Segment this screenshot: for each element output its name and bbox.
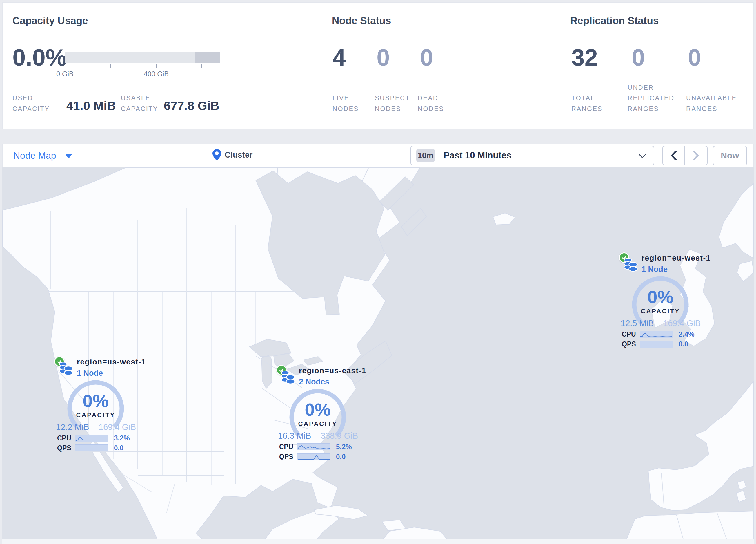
total-capacity: 338.9 GiB <box>321 431 358 441</box>
capacity-bar-reserved-segment <box>195 52 220 63</box>
used-capacity: 16.3 MiB <box>278 431 311 441</box>
under-replicated-ranges-label: UNDER- REPLICATED RANGES <box>628 82 675 114</box>
prev-time-button[interactable] <box>663 146 685 165</box>
node-map[interactable]: region=us-west-1 1 Node 0% CAPACITY 12.2… <box>2 167 754 544</box>
under-replicated-ranges-value: 0 <box>632 46 645 69</box>
bar-tick <box>110 64 111 68</box>
cpu-value: 5.2% <box>336 443 352 451</box>
dead-nodes-value: 0 <box>420 46 433 69</box>
node-count-link[interactable]: 1 Node <box>77 369 146 378</box>
view-selector-label: Node Map <box>13 150 56 161</box>
region-label: region=eu-west-1 <box>641 253 711 262</box>
landmass-europe <box>648 381 754 511</box>
total-ranges-label: TOTAL RANGES <box>571 93 603 114</box>
time-range-label: Past 10 Minutes <box>444 150 511 161</box>
cpu-label: CPU <box>622 331 640 338</box>
database-stack-icon <box>281 370 295 386</box>
node-count-link[interactable]: 1 Node <box>641 265 711 274</box>
cluster-summary-panel: Capacity Usage 0.0% 0 GiB 400 GiB USED C… <box>2 2 754 129</box>
node-marker-us-west-1[interactable]: region=us-west-1 1 Node 0% CAPACITY 12.2… <box>54 356 141 453</box>
qps-sparkline <box>640 341 673 348</box>
node-marker-eu-west-1[interactable]: region=eu-west-1 1 Node 0% CAPACITY 12.5… <box>619 252 706 349</box>
total-capacity: 169.4 GiB <box>99 423 136 432</box>
capacity-label: CAPACITY <box>289 420 346 428</box>
capacity-usage-bar <box>65 52 220 63</box>
unavailable-ranges-value: 0 <box>688 46 701 69</box>
map-toolbar: Node Map Cluster 10m Past 10 Minutes Now <box>2 144 754 167</box>
bar-tick-label-0: 0 GiB <box>48 70 82 78</box>
now-button[interactable]: Now <box>713 146 747 165</box>
chevron-right-icon <box>693 150 699 160</box>
landmass-scandinavia <box>719 183 754 258</box>
qps-label: QPS <box>57 444 75 452</box>
cpu-sparkline <box>640 331 673 338</box>
bar-tick <box>156 64 157 68</box>
chevron-down-icon <box>639 154 646 158</box>
cpu-value: 3.2% <box>114 434 130 442</box>
landmass-corsica <box>737 480 746 490</box>
used-capacity-label: USED CAPACITY <box>12 93 50 114</box>
cpu-label: CPU <box>279 443 297 451</box>
replication-status-title: Replication Status <box>570 15 659 26</box>
breadcrumb[interactable]: Cluster <box>212 149 252 161</box>
world-map <box>2 167 754 544</box>
usable-capacity-value: 677.8 GiB <box>164 99 219 113</box>
bar-tick <box>65 64 65 68</box>
qps-value: 0.0 <box>336 453 346 461</box>
landmass-sardinia <box>736 491 746 502</box>
used-capacity: 12.5 MiB <box>621 319 654 328</box>
view-selector-dropdown[interactable]: Node Map <box>13 150 72 161</box>
unavailable-ranges-label: UNAVAILABLE RANGES <box>686 93 737 114</box>
cpu-sparkline <box>297 443 330 450</box>
usable-capacity-label: USABLE CAPACITY <box>121 93 158 114</box>
time-nav-arrows <box>662 146 708 165</box>
total-capacity: 169.4 GiB <box>663 319 701 328</box>
cpu-value: 2.4% <box>679 330 695 338</box>
node-count-link[interactable]: 2 Nodes <box>299 378 366 387</box>
time-range-select[interactable]: 10m Past 10 Minutes <box>410 146 654 165</box>
bar-tick <box>201 64 202 68</box>
qps-label: QPS <box>622 340 640 348</box>
map-footer-strip <box>2 539 754 544</box>
landmass-iceland <box>493 213 515 225</box>
time-range-badge: 10m <box>416 149 435 162</box>
cpu-label: CPU <box>57 434 75 442</box>
breadcrumb-cluster-label: Cluster <box>225 150 252 159</box>
database-stack-icon <box>59 361 73 377</box>
qps-label: QPS <box>279 453 297 461</box>
arctic-strait <box>401 208 426 235</box>
chevron-down-icon <box>66 154 72 158</box>
node-marker-us-east-1[interactable]: region=us-east-1 2 Nodes 0% CAPACITY 16.… <box>276 365 363 462</box>
location-pin-icon <box>212 149 221 161</box>
live-nodes-label: LIVE NODES <box>332 93 359 114</box>
qps-value: 0.0 <box>679 340 688 348</box>
capacity-percent: 0% <box>289 399 346 420</box>
qps-sparkline <box>297 453 330 460</box>
capacity-label: CAPACITY <box>67 411 124 419</box>
capacity-label: CAPACITY <box>632 308 689 315</box>
suspect-nodes-value: 0 <box>377 46 390 69</box>
next-time-button[interactable] <box>685 146 707 165</box>
total-ranges-value: 32 <box>571 46 598 69</box>
qps-sparkline <box>75 445 108 452</box>
bar-tick-label-400: 400 GiB <box>139 70 174 78</box>
cpu-sparkline <box>75 435 108 442</box>
used-capacity-value: 41.0 MiB <box>66 99 116 113</box>
capacity-percent: 0% <box>67 391 124 411</box>
qps-value: 0.0 <box>114 444 123 452</box>
suspect-nodes-label: SUSPECT NODES <box>375 93 410 114</box>
landmass-denmark <box>737 261 754 282</box>
capacity-usage-title: Capacity Usage <box>12 15 88 26</box>
capacity-percent: 0% <box>632 287 689 307</box>
used-capacity: 12.2 MiB <box>56 423 89 432</box>
database-stack-icon <box>624 257 638 273</box>
chevron-left-icon <box>670 150 677 160</box>
node-status-title: Node Status <box>332 15 391 26</box>
dead-nodes-label: DEAD NODES <box>418 93 444 114</box>
live-nodes-value: 4 <box>332 46 346 69</box>
capacity-percent: 0.0% <box>12 46 67 69</box>
region-label: region=us-west-1 <box>77 358 146 367</box>
region-label: region=us-east-1 <box>299 366 366 375</box>
